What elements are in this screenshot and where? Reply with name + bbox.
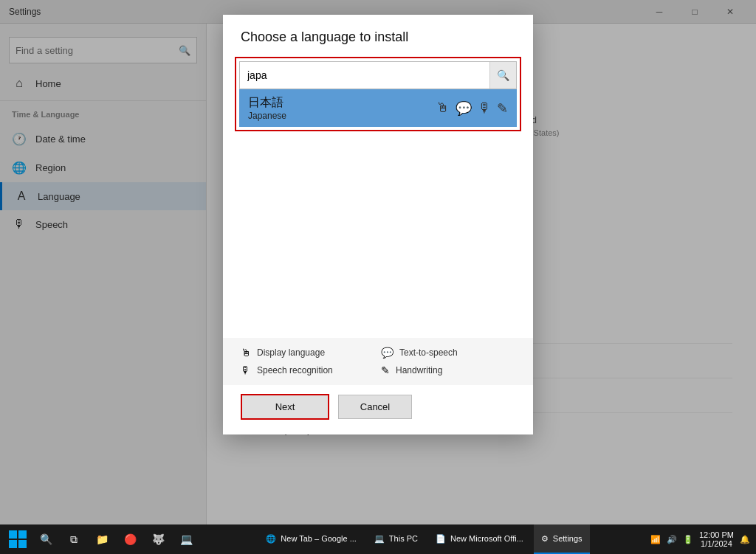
- taskbar-center: 🌐 New Tab – Google ... 💻 This PC 📄 New M…: [258, 524, 589, 554]
- dialog-buttons: Next Cancel: [223, 385, 533, 434]
- feature-tts: 💬 Text-to-speech: [381, 347, 515, 359]
- taskbar-task-view-icon[interactable]: ⧉: [62, 527, 86, 551]
- feature-handwriting: ✎ Handwriting: [381, 364, 515, 376]
- pencil-icon: ✎: [497, 100, 508, 117]
- feature-display-label: Display language: [257, 347, 325, 358]
- taskbar: 🔍 ⧉ 📁 🔴 🐺 💻 🌐 New Tab – Google ... 💻 Thi…: [0, 524, 756, 554]
- taskbar-icon-4[interactable]: 💻: [174, 527, 198, 551]
- thispc-icon: 💻: [374, 534, 385, 544]
- network-icon: 📶: [650, 535, 661, 544]
- feature-speech-label: Speech recognition: [257, 365, 333, 375]
- dialog-search-highlighted: 🔍 日本語 Japanese 🖱 💬 🎙 ✎: [235, 57, 521, 131]
- next-button[interactable]: Next: [241, 394, 329, 420]
- dialog-result-english: Japanese: [248, 111, 286, 121]
- mic-result-icon: 🎙: [478, 100, 491, 117]
- volume-icon: 🔊: [667, 535, 677, 544]
- chrome-icon: 🌐: [266, 534, 276, 544]
- office-icon: 📄: [436, 534, 446, 544]
- settings-taskbar-label: Settings: [553, 534, 583, 543]
- dialog-result-icons: 🖱 💬 🎙 ✎: [436, 100, 508, 117]
- dialog-search-box: 🔍: [239, 61, 517, 89]
- taskbar-right: 📶 🔊 🔋 12:00 PM 1/1/2024 🔔: [650, 530, 750, 548]
- chrome-label: New Tab – Google ...: [281, 534, 357, 543]
- language-install-dialog: Choose a language to install 🔍 日本語 Japan…: [223, 15, 533, 434]
- clock-time: 12:00 PM: [699, 530, 734, 539]
- display-lang-icon: 🖱: [241, 347, 251, 359]
- handwriting-icon: ✎: [381, 364, 390, 376]
- tts-icon: 💬: [381, 347, 394, 359]
- windows-icon: [9, 530, 27, 548]
- taskbar-icon-2[interactable]: 🔴: [118, 527, 142, 551]
- dialog-spacer: [223, 131, 533, 338]
- clock-date: 1/1/2024: [699, 539, 734, 548]
- battery-icon: 🔋: [683, 535, 693, 544]
- taskbar-chrome[interactable]: 🌐 New Tab – Google ...: [258, 524, 364, 554]
- feature-display: 🖱 Display language: [241, 347, 375, 359]
- taskbar-thispc[interactable]: 💻 This PC: [367, 524, 425, 554]
- thispc-label: This PC: [389, 534, 418, 543]
- feature-speech: 🎙 Speech recognition: [241, 364, 375, 376]
- dialog-result-kanji: 日本語: [248, 95, 286, 111]
- taskbar-office[interactable]: 📄 New Microsoft Offi...: [428, 524, 531, 554]
- dialog-search-button[interactable]: 🔍: [489, 62, 516, 89]
- dialog-result-item[interactable]: 日本語 Japanese 🖱 💬 🎙 ✎: [239, 89, 517, 127]
- dialog-result-text: 日本語 Japanese: [248, 95, 286, 121]
- dialog-search-input[interactable]: [240, 63, 489, 87]
- settings-taskbar-icon: ⚙: [541, 534, 549, 544]
- cancel-button[interactable]: Cancel: [338, 395, 412, 419]
- taskbar-clock[interactable]: 12:00 PM 1/1/2024: [699, 530, 734, 548]
- feature-handwriting-label: Handwriting: [396, 365, 442, 375]
- taskbar-icon-3[interactable]: 🐺: [146, 527, 170, 551]
- taskbar-search-icon[interactable]: 🔍: [34, 527, 58, 551]
- speech-rec-icon: 🎙: [241, 364, 251, 376]
- dialog-overlay: Choose a language to install 🔍 日本語 Japan…: [0, 0, 756, 554]
- chat-icon: 💬: [456, 100, 472, 117]
- taskbar-left: 🔍 ⧉ 📁 🔴 🐺 💻: [6, 527, 198, 551]
- cursor-icon: 🖱: [436, 100, 450, 117]
- screen: Settings ─ □ ✕ 🔍 ⌂ Home Time & Language: [0, 0, 756, 554]
- dialog-title: Choose a language to install: [223, 15, 533, 57]
- feature-tts-label: Text-to-speech: [399, 347, 458, 358]
- taskbar-icon-1[interactable]: 📁: [90, 527, 114, 551]
- notification-icon: 🔔: [740, 535, 750, 544]
- dialog-features: 🖱 Display language 💬 Text-to-speech 🎙 Sp…: [223, 338, 533, 385]
- office-label: New Microsoft Offi...: [450, 534, 523, 543]
- start-button[interactable]: [6, 527, 30, 551]
- taskbar-settings[interactable]: ⚙ Settings: [534, 524, 590, 554]
